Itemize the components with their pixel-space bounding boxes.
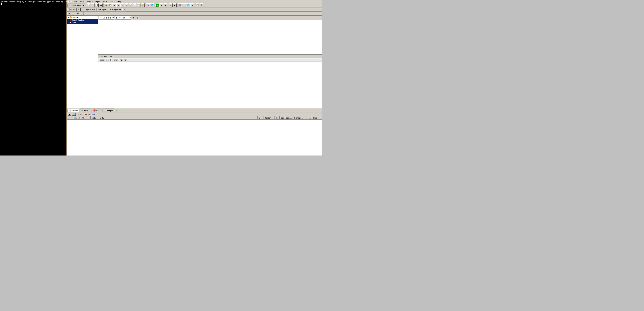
menu-analyse[interactable]: Analyse	[85, 0, 94, 3]
search-tab-label: Search	[84, 110, 90, 112]
layout-btn-2[interactable]: ⬛	[76, 12, 80, 15]
toolbar-btn-6[interactable]: 📋	[108, 3, 112, 7]
resp-split-vert-btn[interactable]: ▤	[124, 59, 127, 61]
resp-sep2: ·	[119, 59, 120, 61]
toolbar-sep-3	[145, 4, 146, 7]
add-tab-btn[interactable]: +	[115, 109, 118, 112]
toolbar-sep-2	[103, 4, 104, 7]
requester-label: Requester	[112, 8, 121, 10]
add-panel-btn[interactable]: +	[122, 8, 126, 11]
resp-header-label: Header: Text	[99, 59, 108, 61]
request-body-area[interactable]	[98, 20, 322, 46]
menu-edit[interactable]: Edit	[73, 0, 78, 3]
toolbar-btn-9[interactable]: 🔧	[120, 3, 124, 7]
bottom-rec-btn[interactable]: ⏺	[68, 113, 71, 116]
th-id: Id	[67, 116, 72, 119]
zap-panel: File Edit View Analyse Report Tools Onli…	[67, 0, 322, 155]
filter-sep: ·	[88, 113, 89, 115]
response-body-area[interactable]	[98, 62, 322, 98]
main-content: ▶ Contexts ● Default Context ▼ Sites	[67, 15, 322, 108]
toolbar-snapshot-btn[interactable]: 📸	[99, 3, 103, 7]
layout-btn-3[interactable]: ⬜	[80, 12, 84, 15]
request-btn[interactable]: ⇒ Request	[97, 8, 108, 11]
split-vert-btn[interactable]: ▤	[136, 16, 139, 19]
toolbar-spider-btn[interactable]: 🕷	[146, 3, 150, 7]
add-site-btn[interactable]: +	[77, 8, 80, 11]
search-icon: 🔍	[81, 109, 84, 112]
tab-search[interactable]: 🔍 Search	[80, 108, 92, 112]
toolbar-stop-btn[interactable]: ✕	[169, 3, 172, 7]
toolbar-folder-btn[interactable]: 📁	[182, 3, 186, 7]
filter-icon: ▽	[76, 113, 78, 115]
th-tags: Tags	[312, 116, 322, 119]
body-format-select[interactable]: Body: Text Body: Raw Body: Params Body: …	[115, 16, 131, 19]
toolbar-start-btn[interactable]: ▶	[156, 3, 159, 7]
toolbar-break-btn[interactable]: ⏸	[173, 3, 176, 7]
tab-output[interactable]: 📄 Output	[103, 108, 114, 112]
toolbar-browser-btn[interactable]: 🌐	[186, 3, 190, 7]
terminal-cursor	[1, 3, 2, 5]
history-area[interactable]	[67, 120, 322, 155]
toolbar-keyboard-btn[interactable]: ⌨	[178, 3, 182, 7]
toolbar-options-btn[interactable]: ⚙	[190, 3, 194, 7]
sites-tree: ▶ Contexts ● Default Context ▼ Sites	[67, 15, 98, 108]
th-code: C...	[258, 116, 264, 119]
menu-online[interactable]: Online	[108, 0, 116, 3]
filter-status: OFF	[84, 113, 88, 115]
menu-view[interactable]: View	[78, 0, 85, 3]
toolbar-refresh-btn[interactable]: 🔄	[196, 3, 199, 7]
tab-alerts[interactable]: 🔴 Alerts	[92, 108, 102, 112]
split-horiz-btn[interactable]: ▣	[132, 16, 135, 19]
toolbar-btn-8[interactable]: ⚙	[116, 3, 120, 7]
th-req-timestamp: Req. Timesta...	[72, 116, 90, 119]
bottom-toolbar: ⏺ 🌐 ▽ Filter: OFF · Export	[67, 112, 322, 116]
toolbar-ajax-btn[interactable]: 🌐	[150, 3, 154, 7]
menu-report[interactable]: Report	[94, 0, 102, 3]
toolbar-btn-13[interactable]: 📋	[137, 3, 140, 7]
toolbar-btn-11[interactable]: 📈	[128, 3, 132, 7]
requester-btn[interactable]: 🖨 Requester	[109, 8, 122, 11]
menu-help[interactable]: Help	[116, 0, 122, 3]
sites-panel: ▶ Contexts ● Default Context ▼ Sites	[67, 15, 98, 108]
toolbar-save-btn[interactable]: 💾	[95, 3, 98, 7]
default-context-label: Default Context	[72, 19, 84, 21]
response-toolbar: Header: Text · Body: Text · ▣ ▤	[98, 58, 322, 62]
response-section: ⟵ Response Header: Text · Body: Text · ▣…	[98, 55, 322, 108]
header-format-select[interactable]: Header: Text Header: Raw	[99, 16, 114, 19]
tree-contexts-root[interactable]: ▶ Contexts	[67, 16, 98, 19]
response-btn[interactable]: ⟵ Response	[99, 55, 113, 58]
bottom-panel: 📅 History 🔍 Search 🔴 Alerts 📄 Output + ⏺	[67, 108, 322, 155]
terminal-panel: jakoby>python swag.py http://petstore.sw…	[0, 0, 66, 155]
resp-sep: ·	[109, 59, 110, 61]
menu-tools[interactable]: Tools	[102, 0, 108, 3]
stop-icon	[68, 13, 70, 14]
history-icon: 📅	[69, 110, 72, 112]
layout-stop-btn[interactable]	[68, 12, 71, 15]
layout-btn-1[interactable]: □	[72, 12, 75, 15]
tab-history[interactable]: 📅 History	[68, 109, 79, 112]
resp-split-horiz-btn[interactable]: ▣	[120, 59, 123, 61]
toolbar-help-btn[interactable]: ❓	[200, 3, 204, 7]
tree-sites[interactable]: ▼ Sites	[67, 21, 98, 24]
mode-select[interactable]: Standard Mode Safe Mode Protected Mode A…	[68, 3, 85, 7]
tree-expand-arrow: ▶	[68, 16, 69, 18]
request-label: Request	[100, 8, 107, 10]
toolbar-btn-14[interactable]: 🔑	[141, 3, 144, 7]
request-arrow-icon: ⇒	[98, 8, 100, 10]
toolbar-btn-7[interactable]: ⚙	[112, 3, 116, 7]
output-icon: 📄	[104, 109, 107, 112]
toolbar-step-btn[interactable]: ⏭	[164, 3, 167, 7]
alerts-tab-label: Alerts	[96, 110, 101, 112]
tree-default-context[interactable]: ● Default Context	[67, 19, 98, 21]
request-section: Header: Text Header: Raw Body: Text Body…	[98, 15, 322, 55]
bottom-globe-btn[interactable]: 🌐	[72, 113, 76, 116]
export-label[interactable]: Export	[90, 113, 95, 115]
toolbar-new-session-btn[interactable]: 📄	[87, 3, 90, 7]
toolbar-btn-12[interactable]: 📉	[133, 3, 136, 7]
toolbar-btn-10[interactable]: 📊	[124, 3, 128, 7]
sites-button[interactable]: Sites	[68, 8, 76, 11]
toolbar-open-btn[interactable]: 📂	[91, 3, 94, 7]
toolbar-btn-5[interactable]: 🖥	[104, 3, 108, 7]
quick-start-btn[interactable]: ⚡ Quick Start	[82, 8, 96, 11]
toolbar-play-btn[interactable]: ▶	[160, 3, 163, 7]
